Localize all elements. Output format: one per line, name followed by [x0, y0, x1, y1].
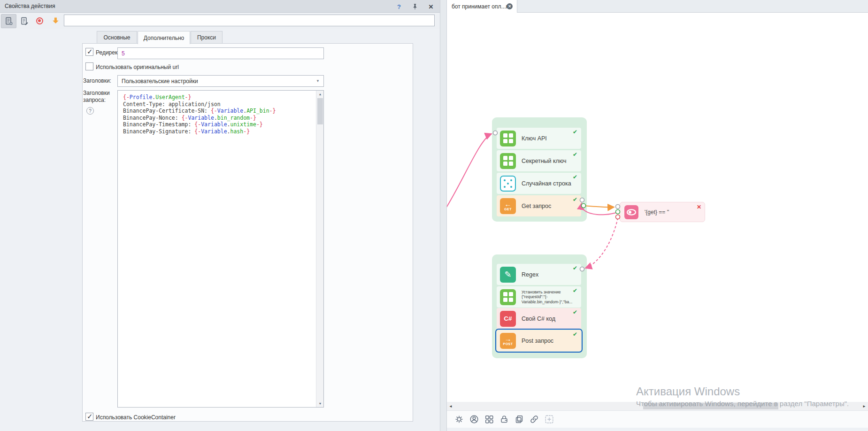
node-label: Установить значение {"requestId":"{- Var…: [522, 290, 572, 305]
lock-button[interactable]: [499, 414, 510, 425]
variables-button[interactable]: [484, 414, 495, 425]
add-action-button[interactable]: [544, 414, 555, 425]
flowchart-canvas[interactable]: бот принимает опл...нс ✕ Ключ API ✔ Секр…: [447, 0, 868, 431]
action-name-input[interactable]: [64, 15, 435, 26]
link-icon: [529, 414, 539, 424]
action-properties-panel: Свойства действия ? ✕: [0, 0, 440, 431]
node-get-request[interactable]: ←GET Get запрос ✔: [497, 195, 581, 216]
success-check-icon: ✔: [573, 331, 577, 338]
set-value-icon: [500, 153, 516, 169]
node-secret-key[interactable]: Секретный ключ ✔: [497, 150, 581, 171]
panel-title: Свойства действия: [5, 3, 55, 9]
pin-icon[interactable]: [411, 2, 419, 11]
move-down-button[interactable]: [47, 14, 63, 28]
redirect-checkbox[interactable]: [85, 48, 93, 56]
document-pencil-icon: [20, 16, 29, 26]
headers-mode-value: Пользовательские настройки: [122, 78, 198, 85]
windows-activation-watermark: Активация Windows: [636, 385, 740, 398]
node-label: Regex: [522, 271, 538, 278]
tab-additional[interactable]: Дополнительно: [138, 31, 190, 44]
redirect-count-input[interactable]: [117, 47, 324, 59]
scroll-left-icon[interactable]: ◄: [447, 402, 454, 410]
scroll-right-icon[interactable]: ►: [860, 402, 868, 410]
record-button[interactable]: [32, 14, 47, 28]
tab-close-icon[interactable]: ✕: [507, 3, 513, 9]
node-label: Ключ API: [522, 135, 547, 142]
success-check-icon: ✔: [573, 151, 577, 158]
app-window: Свойства действия ? ✕: [0, 0, 868, 431]
project-tab[interactable]: бот принимает опл...нс ✕: [447, 0, 517, 13]
scrollbar-thumb[interactable]: [317, 98, 323, 124]
headers-mode-select[interactable]: Пользовательские настройки ▼: [117, 75, 324, 87]
regex-pencil-icon: ✎: [500, 267, 516, 283]
request-headers-code[interactable]: {-Profile.UserAgent-}Content-Type: appli…: [118, 91, 316, 407]
lock-icon: [499, 414, 509, 424]
node-post-request[interactable]: →POST Post запрос ✔: [497, 330, 581, 351]
orange-down-arrow-icon: [51, 16, 60, 26]
node-label: Секретный ключ: [522, 158, 567, 164]
tab-proxy[interactable]: Прокси: [191, 31, 223, 44]
node-condition[interactable]: '{get} == '' ✕: [620, 202, 705, 222]
request-headers-label-line1: Заголовки: [83, 90, 110, 96]
redirect-label: Редирект: [96, 49, 120, 56]
headers-label: Заголовки:: [83, 77, 111, 84]
use-original-url-checkbox[interactable]: [85, 62, 93, 70]
node-label: Случайная строка: [522, 180, 571, 187]
node-api-key[interactable]: Ключ API ✔: [497, 128, 581, 149]
project-tab-label: бот принимает опл...нс: [452, 3, 512, 10]
gear-icon: [454, 414, 464, 424]
record-icon: [36, 17, 43, 24]
csharp-icon: C#: [500, 311, 516, 327]
success-check-icon: ✔: [573, 174, 577, 180]
cookie-container-checkbox[interactable]: [85, 413, 93, 421]
node-regex[interactable]: ✎ Regex ✔: [497, 264, 581, 285]
connection-get-to-condition[interactable]: [584, 206, 614, 207]
random-dice-icon: [500, 176, 516, 192]
grid-icon: [484, 414, 494, 424]
connection-condition-false[interactable]: [585, 218, 618, 268]
success-check-icon: ✔: [573, 265, 577, 271]
snippets-button[interactable]: [514, 414, 525, 425]
scroll-down-icon[interactable]: ▼: [316, 400, 324, 407]
add-dashed-icon: [544, 414, 554, 424]
close-icon[interactable]: ✕: [427, 2, 435, 11]
link-button[interactable]: [529, 414, 540, 425]
panel-titlebar: Свойства действия ? ✕: [0, 0, 440, 13]
canvas-tabbar: бот принимает опл...нс ✕: [447, 0, 868, 13]
node-csharp-code[interactable]: C# Свой C# код ✔: [497, 308, 581, 329]
chevron-down-icon: ▼: [316, 79, 320, 83]
set-value-icon: [500, 289, 516, 305]
action-edit-button[interactable]: [16, 14, 32, 28]
set-value-icon: [500, 131, 516, 146]
node-set-value[interactable]: Установить значение {"requestId":"{- Var…: [497, 286, 581, 308]
tab-main[interactable]: Основные: [97, 31, 137, 44]
request-headers-label-line2: запроса:: [83, 97, 106, 103]
node-label: Post запрос: [522, 338, 553, 344]
success-check-icon: ✔: [573, 309, 577, 316]
document-gear-icon: [4, 16, 14, 26]
request-headers-editor[interactable]: {-Profile.UserAgent-}Content-Type: appli…: [117, 90, 324, 408]
use-original-url-label: Использовать оригинальный url: [96, 64, 179, 70]
canvas-bottom-strip: [447, 428, 868, 431]
help-icon[interactable]: ?: [395, 2, 403, 11]
http-post-icon: →POST: [500, 333, 516, 349]
success-check-icon: ✔: [573, 287, 577, 294]
success-check-icon: ✔: [573, 129, 577, 135]
node-label: Свой C# код: [522, 316, 555, 322]
connection-condition-true[interactable]: [582, 203, 618, 215]
copy-code-icon: [514, 414, 524, 424]
profile-button[interactable]: [469, 414, 480, 425]
condition-expression: '{get} == '': [645, 209, 669, 216]
settings-button[interactable]: [453, 414, 465, 425]
connection-entry[interactable]: [447, 134, 492, 217]
scroll-up-icon[interactable]: ▲: [316, 91, 324, 98]
panel-splitter[interactable]: [440, 0, 447, 431]
help-circle-icon[interactable]: ?: [86, 107, 94, 115]
node-label: Get запрос: [522, 203, 551, 209]
node-random-string[interactable]: Случайная строка ✔: [497, 173, 581, 194]
action-properties-button[interactable]: [1, 14, 16, 28]
editor-scrollbar[interactable]: ▲ ▼: [316, 91, 323, 407]
success-check-icon: ✔: [573, 196, 577, 203]
error-close-icon[interactable]: ✕: [697, 204, 701, 210]
http-get-icon: ←GET: [500, 198, 516, 214]
